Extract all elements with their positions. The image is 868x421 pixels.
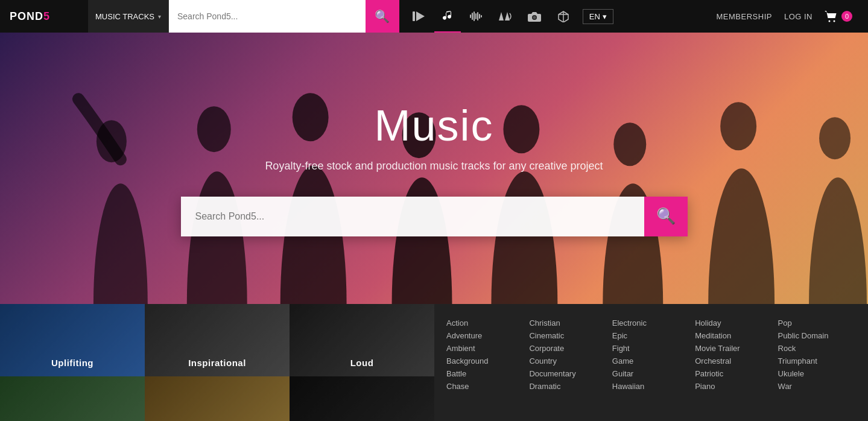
svg-rect-5 [475, 13, 477, 19]
genre-link-chase[interactable]: Chase [446, 382, 524, 391]
waveform-icon [470, 11, 483, 21]
svg-point-19 [834, 21, 835, 22]
membership-link[interactable]: MEMBERSHIP [717, 12, 772, 21]
svg-point-18 [829, 21, 831, 22]
cart-button[interactable]: 0 [825, 10, 852, 22]
hero-section: Music Royalty-free stock and production … [0, 33, 868, 304]
mood-card-uplifting[interactable]: Uplifiting [0, 304, 145, 376]
genre-link-public-domain[interactable]: Public Domain [778, 331, 856, 340]
svg-rect-7 [479, 14, 480, 19]
genre-link-game[interactable]: Game [612, 356, 690, 366]
genre-link-guitar[interactable]: Guitar [612, 369, 690, 378]
svg-rect-3 [472, 13, 473, 20]
hero-title: Music [181, 101, 688, 150]
genre-link-orchestral[interactable]: Orchestral [695, 356, 773, 366]
genre-link-piano[interactable]: Piano [695, 382, 773, 391]
svg-point-33 [720, 102, 756, 150]
svg-rect-6 [477, 12, 478, 21]
mood-card-tension[interactable]: Tension [290, 376, 434, 421]
genre-link-war[interactable]: War [778, 382, 856, 391]
mood-card-calm[interactable]: Calm [0, 376, 145, 421]
genre-link-ambient[interactable]: Ambient [446, 344, 524, 353]
mood-label-inspirational: Inspirational [188, 358, 246, 368]
genre-link-action[interactable]: Action [446, 318, 524, 328]
logo[interactable]: POND5 [10, 10, 82, 23]
svg-rect-8 [481, 15, 482, 17]
header-right: MEMBERSHIP LOG IN 0 [717, 10, 858, 22]
mood-label-loud: Loud [350, 358, 374, 368]
music-icon [442, 10, 454, 22]
hero-search-input[interactable] [181, 197, 644, 236]
language-selector[interactable]: EN ▾ [583, 9, 613, 24]
genre-link-corporate[interactable]: Corporate [529, 344, 607, 353]
genre-col-5: PopPublic DomainRockTriumphantUkuleleWar [778, 318, 856, 391]
genre-link-adventure[interactable]: Adventure [446, 331, 524, 340]
svg-point-32 [708, 168, 775, 304]
genre-link-battle[interactable]: Battle [446, 369, 524, 378]
language-label: EN [589, 12, 600, 21]
genre-link-country[interactable]: Country [529, 356, 607, 366]
login-link[interactable]: LOG IN [784, 12, 813, 21]
aftereffects-icon [499, 12, 512, 21]
mood-label-uplifting: Uplifiting [51, 358, 93, 368]
logo-text: POND5 [10, 10, 50, 23]
genre-link-documentary[interactable]: Documentary [529, 369, 607, 378]
search-category-label: MUSIC TRACKS [95, 12, 154, 21]
mood-bg-summer [145, 376, 290, 421]
svg-marker-0 [416, 11, 425, 21]
svg-point-34 [809, 177, 867, 304]
mood-grid: Uplifiting Inspirational Loud Calm Summe… [0, 304, 434, 421]
nav-photos-button[interactable] [521, 0, 548, 33]
genre-link-christian[interactable]: Christian [529, 318, 607, 328]
genre-link-holiday[interactable]: Holiday [695, 318, 773, 328]
nav-video-button[interactable] [405, 0, 432, 33]
genre-col-2: ChristianCinematicCorporateCountryDocume… [529, 318, 607, 391]
genre-link-ukulele[interactable]: Ukulele [778, 369, 856, 378]
svg-rect-4 [474, 11, 475, 21]
search-input[interactable] [169, 0, 366, 33]
genre-link-triumphant[interactable]: Triumphant [778, 356, 856, 366]
genre-link-dramatic[interactable]: Dramatic [529, 382, 607, 391]
svg-marker-11 [505, 12, 510, 21]
nav-music-button[interactable] [434, 0, 461, 33]
cart-badge: 0 [841, 11, 852, 22]
mood-card-summer[interactable]: Summer [145, 376, 290, 421]
genre-link-epic[interactable]: Epic [612, 331, 690, 340]
mood-card-loud[interactable]: Loud [290, 304, 434, 376]
mood-bg-tension [290, 376, 434, 421]
svg-point-20 [93, 183, 148, 304]
search-button[interactable]: 🔍 [366, 0, 399, 33]
camera-icon [528, 11, 541, 22]
hero-content: Music Royalty-free stock and production … [181, 101, 688, 236]
hero-search-icon: 🔍 [656, 207, 676, 226]
nav-3d-button[interactable] [550, 0, 577, 33]
genre-link-movie-trailer[interactable]: Movie Trailer [695, 344, 773, 353]
genre-link-rock[interactable]: Rock [778, 344, 856, 353]
nav-icons: EN ▾ [405, 0, 717, 33]
hero-search-button[interactable]: 🔍 [644, 197, 688, 236]
genre-link-meditation[interactable]: Meditation [695, 331, 773, 340]
genre-link-electronic[interactable]: Electronic [612, 318, 690, 328]
genre-col-1: ActionAdventureAmbientBackgroundBattleCh… [446, 318, 524, 391]
nav-sfx-button[interactable] [463, 0, 490, 33]
genre-link-patriotic[interactable]: Patriotic [695, 369, 773, 378]
genre-link-hawaiian[interactable]: Hawaiian [612, 382, 690, 391]
mood-card-inspirational[interactable]: Inspirational [145, 304, 290, 376]
header: POND5 MUSIC TRACKS ▾ 🔍 [0, 0, 868, 33]
genre-link-cinematic[interactable]: Cinematic [529, 331, 607, 340]
svg-marker-9 [499, 12, 504, 21]
hero-search-bar: 🔍 [181, 197, 688, 236]
search-input-wrap [169, 0, 366, 33]
genre-link-fight[interactable]: Fight [612, 344, 690, 353]
svg-point-21 [97, 120, 127, 162]
genre-section: ActionAdventureAmbientBackgroundBattleCh… [434, 304, 868, 421]
svg-point-35 [819, 117, 851, 159]
search-icon: 🔍 [375, 9, 390, 24]
hero-subtitle: Royalty-free stock and production music … [181, 160, 688, 173]
mood-bg-calm [0, 376, 145, 421]
genre-link-pop[interactable]: Pop [778, 318, 856, 328]
search-category-button[interactable]: MUSIC TRACKS ▾ [88, 0, 169, 33]
genre-link-background[interactable]: Background [446, 356, 524, 366]
nav-aftereffects-button[interactable] [492, 0, 519, 33]
cart-icon [825, 10, 838, 22]
